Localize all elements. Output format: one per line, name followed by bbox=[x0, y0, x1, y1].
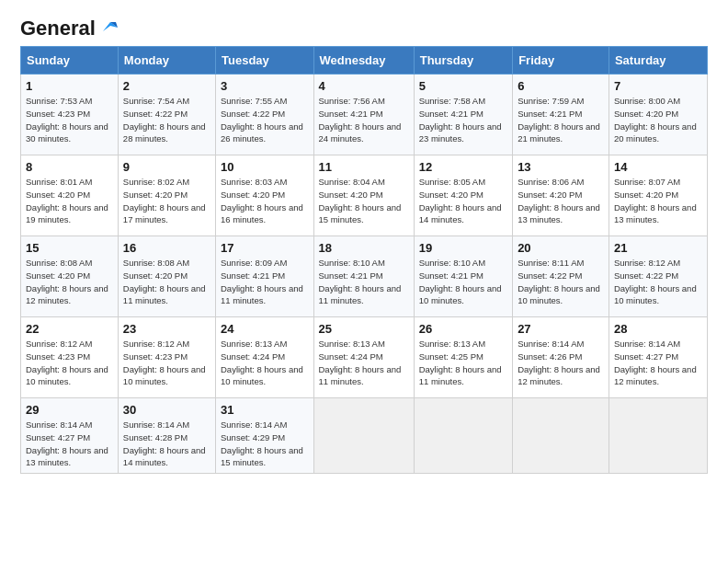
day-info: Sunrise: 8:06 AM Sunset: 4:20 PM Dayligh… bbox=[518, 176, 604, 226]
weekday-header: Thursday bbox=[414, 47, 512, 75]
day-info: Sunrise: 8:13 AM Sunset: 4:24 PM Dayligh… bbox=[319, 338, 409, 388]
day-number: 30 bbox=[123, 403, 210, 417]
day-number: 5 bbox=[419, 79, 507, 93]
weekday-header: Friday bbox=[513, 47, 609, 75]
calendar-cell: 7 Sunrise: 8:00 AM Sunset: 4:20 PM Dayli… bbox=[609, 75, 707, 155]
day-info: Sunrise: 8:14 AM Sunset: 4:29 PM Dayligh… bbox=[221, 419, 309, 469]
calendar-cell: 11 Sunrise: 8:04 AM Sunset: 4:20 PM Dayl… bbox=[313, 155, 414, 236]
calendar-cell: 24 Sunrise: 8:13 AM Sunset: 4:24 PM Dayl… bbox=[216, 317, 314, 398]
day-number: 15 bbox=[26, 241, 113, 255]
day-info: Sunrise: 7:56 AM Sunset: 4:21 PM Dayligh… bbox=[319, 95, 409, 145]
day-number: 13 bbox=[518, 160, 604, 174]
logo: General bbox=[20, 17, 118, 37]
calendar-cell: 16 Sunrise: 8:08 AM Sunset: 4:20 PM Dayl… bbox=[118, 236, 215, 317]
calendar-cell: 23 Sunrise: 8:12 AM Sunset: 4:23 PM Dayl… bbox=[118, 317, 215, 398]
day-number: 2 bbox=[123, 79, 210, 93]
calendar-cell: 4 Sunrise: 7:56 AM Sunset: 4:21 PM Dayli… bbox=[313, 75, 414, 155]
day-number: 3 bbox=[221, 79, 309, 93]
day-number: 23 bbox=[123, 322, 210, 336]
day-number: 14 bbox=[614, 160, 702, 174]
day-number: 29 bbox=[26, 403, 113, 417]
calendar-cell: 26 Sunrise: 8:13 AM Sunset: 4:25 PM Dayl… bbox=[414, 317, 512, 398]
weekday-header: Wednesday bbox=[313, 47, 414, 75]
day-info: Sunrise: 8:05 AM Sunset: 4:20 PM Dayligh… bbox=[419, 176, 507, 226]
day-info: Sunrise: 8:14 AM Sunset: 4:27 PM Dayligh… bbox=[26, 419, 113, 469]
day-number: 4 bbox=[319, 79, 409, 93]
day-number: 16 bbox=[123, 241, 210, 255]
day-number: 21 bbox=[614, 241, 702, 255]
day-number: 8 bbox=[26, 160, 113, 174]
calendar-cell: 1 Sunrise: 7:53 AM Sunset: 4:23 PM Dayli… bbox=[21, 75, 119, 155]
page: General SundayMondayTuesdayWednesdayThur… bbox=[0, 0, 728, 563]
calendar-cell: 6 Sunrise: 7:59 AM Sunset: 4:21 PM Dayli… bbox=[513, 75, 609, 155]
day-number: 7 bbox=[614, 79, 702, 93]
day-info: Sunrise: 8:03 AM Sunset: 4:20 PM Dayligh… bbox=[221, 176, 309, 226]
calendar-week-row: 15 Sunrise: 8:08 AM Sunset: 4:20 PM Dayl… bbox=[21, 236, 708, 317]
calendar-cell: 22 Sunrise: 8:12 AM Sunset: 4:23 PM Dayl… bbox=[21, 317, 119, 398]
calendar-cell: 21 Sunrise: 8:12 AM Sunset: 4:22 PM Dayl… bbox=[609, 236, 707, 317]
day-info: Sunrise: 8:13 AM Sunset: 4:25 PM Dayligh… bbox=[419, 338, 507, 388]
weekday-header: Saturday bbox=[609, 47, 707, 75]
weekday-header: Monday bbox=[118, 47, 215, 75]
calendar-cell: 31 Sunrise: 8:14 AM Sunset: 4:29 PM Dayl… bbox=[216, 398, 314, 474]
weekday-header: Sunday bbox=[21, 47, 119, 75]
day-info: Sunrise: 7:53 AM Sunset: 4:23 PM Dayligh… bbox=[26, 95, 113, 145]
day-info: Sunrise: 8:04 AM Sunset: 4:20 PM Dayligh… bbox=[319, 176, 409, 226]
weekday-header: Tuesday bbox=[216, 47, 314, 75]
day-number: 17 bbox=[221, 241, 309, 255]
day-info: Sunrise: 8:14 AM Sunset: 4:27 PM Dayligh… bbox=[614, 338, 702, 388]
day-number: 20 bbox=[518, 241, 604, 255]
calendar-cell bbox=[609, 398, 707, 474]
calendar-cell: 20 Sunrise: 8:11 AM Sunset: 4:22 PM Dayl… bbox=[513, 236, 609, 317]
day-number: 31 bbox=[221, 403, 309, 417]
day-info: Sunrise: 8:14 AM Sunset: 4:28 PM Dayligh… bbox=[123, 419, 210, 469]
day-number: 9 bbox=[123, 160, 210, 174]
calendar-cell bbox=[513, 398, 609, 474]
day-number: 25 bbox=[319, 322, 409, 336]
day-info: Sunrise: 8:12 AM Sunset: 4:22 PM Dayligh… bbox=[614, 257, 702, 307]
calendar-cell: 8 Sunrise: 8:01 AM Sunset: 4:20 PM Dayli… bbox=[21, 155, 119, 236]
day-number: 19 bbox=[419, 241, 507, 255]
day-info: Sunrise: 7:59 AM Sunset: 4:21 PM Dayligh… bbox=[518, 95, 604, 145]
logo-bird-icon bbox=[97, 18, 118, 35]
calendar-cell: 29 Sunrise: 8:14 AM Sunset: 4:27 PM Dayl… bbox=[21, 398, 119, 474]
day-number: 18 bbox=[319, 241, 409, 255]
calendar-cell: 10 Sunrise: 8:03 AM Sunset: 4:20 PM Dayl… bbox=[216, 155, 314, 236]
calendar-cell: 28 Sunrise: 8:14 AM Sunset: 4:27 PM Dayl… bbox=[609, 317, 707, 398]
day-info: Sunrise: 8:07 AM Sunset: 4:20 PM Dayligh… bbox=[614, 176, 702, 226]
calendar-cell: 25 Sunrise: 8:13 AM Sunset: 4:24 PM Dayl… bbox=[313, 317, 414, 398]
day-info: Sunrise: 8:09 AM Sunset: 4:21 PM Dayligh… bbox=[221, 257, 309, 307]
logo-general: General bbox=[20, 17, 96, 40]
day-number: 28 bbox=[614, 322, 702, 336]
day-info: Sunrise: 8:11 AM Sunset: 4:22 PM Dayligh… bbox=[518, 257, 604, 307]
day-info: Sunrise: 8:01 AM Sunset: 4:20 PM Dayligh… bbox=[26, 176, 113, 226]
calendar-cell: 19 Sunrise: 8:10 AM Sunset: 4:21 PM Dayl… bbox=[414, 236, 512, 317]
calendar-week-row: 1 Sunrise: 7:53 AM Sunset: 4:23 PM Dayli… bbox=[21, 75, 708, 155]
weekday-row: SundayMondayTuesdayWednesdayThursdayFrid… bbox=[21, 47, 708, 75]
day-info: Sunrise: 7:54 AM Sunset: 4:22 PM Dayligh… bbox=[123, 95, 210, 145]
calendar-cell: 18 Sunrise: 8:10 AM Sunset: 4:21 PM Dayl… bbox=[313, 236, 414, 317]
day-number: 22 bbox=[26, 322, 113, 336]
calendar-week-row: 29 Sunrise: 8:14 AM Sunset: 4:27 PM Dayl… bbox=[21, 398, 708, 474]
day-number: 10 bbox=[221, 160, 309, 174]
calendar-cell bbox=[313, 398, 414, 474]
day-info: Sunrise: 7:58 AM Sunset: 4:21 PM Dayligh… bbox=[419, 95, 507, 145]
day-info: Sunrise: 8:10 AM Sunset: 4:21 PM Dayligh… bbox=[419, 257, 507, 307]
day-info: Sunrise: 8:08 AM Sunset: 4:20 PM Dayligh… bbox=[123, 257, 210, 307]
calendar: SundayMondayTuesdayWednesdayThursdayFrid… bbox=[20, 46, 708, 474]
day-info: Sunrise: 8:10 AM Sunset: 4:21 PM Dayligh… bbox=[319, 257, 409, 307]
day-info: Sunrise: 8:00 AM Sunset: 4:20 PM Dayligh… bbox=[614, 95, 702, 145]
calendar-cell: 2 Sunrise: 7:54 AM Sunset: 4:22 PM Dayli… bbox=[118, 75, 215, 155]
calendar-cell: 14 Sunrise: 8:07 AM Sunset: 4:20 PM Dayl… bbox=[609, 155, 707, 236]
day-info: Sunrise: 8:12 AM Sunset: 4:23 PM Dayligh… bbox=[26, 338, 113, 388]
calendar-header: SundayMondayTuesdayWednesdayThursdayFrid… bbox=[21, 47, 708, 75]
calendar-week-row: 8 Sunrise: 8:01 AM Sunset: 4:20 PM Dayli… bbox=[21, 155, 708, 236]
calendar-cell: 3 Sunrise: 7:55 AM Sunset: 4:22 PM Dayli… bbox=[216, 75, 314, 155]
calendar-body: 1 Sunrise: 7:53 AM Sunset: 4:23 PM Dayli… bbox=[21, 75, 708, 474]
calendar-cell: 13 Sunrise: 8:06 AM Sunset: 4:20 PM Dayl… bbox=[513, 155, 609, 236]
day-info: Sunrise: 8:08 AM Sunset: 4:20 PM Dayligh… bbox=[26, 257, 113, 307]
day-number: 27 bbox=[518, 322, 604, 336]
day-info: Sunrise: 8:02 AM Sunset: 4:20 PM Dayligh… bbox=[123, 176, 210, 226]
header: General bbox=[20, 17, 708, 37]
day-info: Sunrise: 7:55 AM Sunset: 4:22 PM Dayligh… bbox=[221, 95, 309, 145]
